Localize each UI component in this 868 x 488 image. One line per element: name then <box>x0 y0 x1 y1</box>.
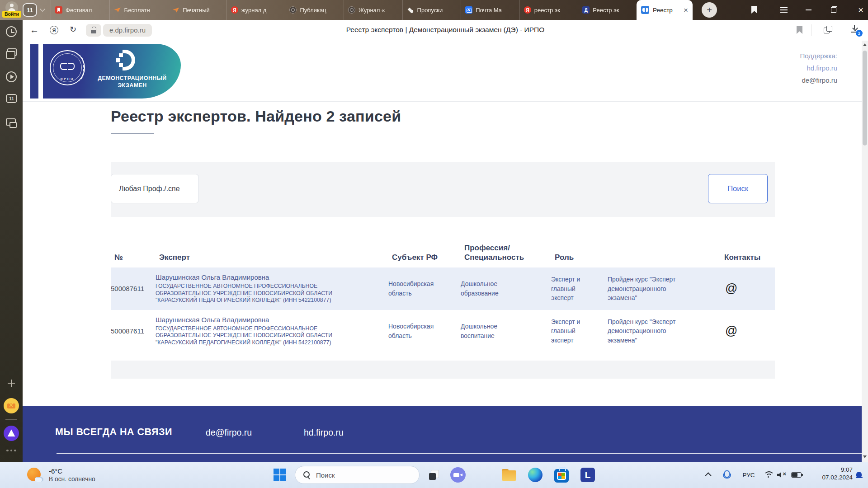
browser-tab[interactable]: реестр эк <box>519 0 578 20</box>
more-icon[interactable] <box>6 449 17 452</box>
store-button[interactable] <box>552 465 571 485</box>
browser-tab[interactable]: Публикац <box>285 0 344 20</box>
footer-email-link[interactable]: de@firpo.ru <box>206 427 252 438</box>
wifi-button[interactable] <box>762 462 774 488</box>
menu-icon[interactable] <box>780 7 788 13</box>
table-footer-band <box>111 361 775 379</box>
col-number: № <box>114 253 159 262</box>
support-site-link[interactable]: hd.firpo.ru <box>800 62 837 74</box>
search-field[interactable]: Любая Проф./.спе <box>111 174 198 203</box>
collections-icon[interactable] <box>751 6 757 14</box>
email-contact-link[interactable]: @ <box>725 324 737 338</box>
site-security-button[interactable] <box>86 24 101 37</box>
cell-document-number: 500087611 <box>111 327 156 335</box>
browser-tabstrip: Войти 11 Фестивал Бесплатн Печатный <box>0 0 868 20</box>
browser-tab[interactable]: Реестр эк <box>578 0 637 20</box>
cell-role: Эксперт и главный эксперт <box>551 317 608 345</box>
tab-title: Реестр эк <box>593 7 632 14</box>
scrollbar-thumb[interactable] <box>863 51 867 145</box>
cell-profession: Дошкольное воспитание <box>461 322 551 340</box>
alice-assistant-icon[interactable] <box>4 426 19 441</box>
screenshot-icon[interactable] <box>6 117 17 128</box>
rail-divider <box>5 419 17 420</box>
notes-icon[interactable] <box>6 48 17 59</box>
battery-button[interactable] <box>789 462 803 488</box>
toolbar-divider <box>811 24 811 36</box>
litres-app-button[interactable]: L <box>578 465 598 485</box>
back-button[interactable]: ← <box>30 25 39 35</box>
col-region: Субъект РФ <box>392 253 464 262</box>
footer-site-link[interactable]: hd.firpo.ru <box>304 427 344 438</box>
browser-tab[interactable]: Журнал « <box>344 0 402 20</box>
browser-tab[interactable]: Бесплатн <box>109 0 168 20</box>
window-close-button[interactable]: × <box>856 4 866 16</box>
browser-tab[interactable]: Фестивал <box>51 0 109 20</box>
scroll-down-icon[interactable] <box>863 455 867 458</box>
language-indicator[interactable]: РУС <box>740 462 758 488</box>
cell-contact: @ <box>721 324 771 338</box>
notifications-button[interactable] <box>854 462 864 488</box>
video-icon[interactable] <box>6 71 17 82</box>
yandex-home-button[interactable]: Я <box>50 26 58 34</box>
add-panel-icon[interactable] <box>6 378 17 389</box>
tab-favicon <box>55 6 62 14</box>
browser-tab[interactable]: журнал д <box>226 0 285 20</box>
login-badge[interactable]: Войти <box>2 11 21 18</box>
tray-time: 9:07 <box>822 466 853 474</box>
chevron-down-icon[interactable] <box>40 6 45 11</box>
tab-title: Фестивал <box>66 7 105 14</box>
tab-favicon <box>172 6 179 14</box>
tray-expand-button[interactable] <box>703 462 714 488</box>
browser-toolbar: ← Я ↻ e.dp.firpo.ru Реестр экспертов | Д… <box>23 20 868 41</box>
tab-title: Бесплатн <box>124 7 164 14</box>
window-maximize-button[interactable] <box>831 6 837 13</box>
task-view-button[interactable] <box>424 465 444 485</box>
active-tab[interactable]: Реестр × <box>637 0 693 20</box>
windows-taskbar: -6°C В осн. солнечно Поиск Y L РУС 9:07 … <box>0 462 868 488</box>
footer-divider <box>57 453 862 454</box>
tab-counter[interactable]: 11 <box>23 3 37 17</box>
browser-tab[interactable]: Печатный <box>168 0 226 20</box>
edge-icon <box>528 468 542 482</box>
browser-tab[interactable]: Почта Ма <box>461 0 519 20</box>
browser-tab[interactable]: Пропуски <box>402 0 461 20</box>
refresh-button[interactable]: ↻ <box>70 24 76 34</box>
logo-accent-bar <box>30 44 38 99</box>
cell-contact: @ <box>721 282 771 296</box>
col-profession: Профессия/ Специальность <box>464 243 555 262</box>
scroll-up-icon[interactable] <box>863 43 867 46</box>
microphone-tray-button[interactable] <box>721 462 731 488</box>
table-body: 500087611 Шарушинская Ольга Владимировна… <box>111 267 775 352</box>
window-minimize-button[interactable] <box>806 9 811 10</box>
cell-document-number: 500087611 <box>111 285 156 292</box>
new-tab-button[interactable]: + <box>702 2 717 18</box>
tab-close-icon[interactable]: × <box>684 6 688 14</box>
start-button[interactable] <box>273 468 287 482</box>
volume-button[interactable] <box>776 462 788 488</box>
support-email-link[interactable]: de@firpo.ru <box>800 74 837 86</box>
page-scrollbar[interactable] <box>862 41 868 462</box>
irpo-emblem-icon: ИРПО <box>50 50 85 85</box>
chat-button[interactable] <box>448 465 468 485</box>
address-bar[interactable]: e.dp.firpo.ru <box>103 24 152 37</box>
tab-title: Печатный <box>183 7 222 14</box>
downloads-badge: 2 <box>856 30 863 37</box>
taskbar-search[interactable]: Поиск <box>295 466 420 484</box>
table-row: 500087611 Шарушинская Ольга Владимировна… <box>111 310 775 352</box>
search-button[interactable]: Поиск <box>708 174 768 203</box>
edge-button[interactable] <box>525 465 545 485</box>
email-contact-link[interactable]: @ <box>725 282 737 295</box>
table-header: № Эксперт Субъект РФ Профессия/ Специаль… <box>111 243 775 262</box>
history-icon[interactable] <box>6 26 17 37</box>
cell-expert: Шарушинская Ольга Владимировна ГОСУДАРСТ… <box>156 273 388 304</box>
tabs-panel-icon[interactable]: 11 <box>6 94 17 103</box>
bookmark-icon[interactable] <box>797 26 802 34</box>
weather-widget[interactable]: -6°C В осн. солнечно <box>26 465 139 485</box>
window-page-title: Реестр экспертов | Демонстрационный экза… <box>346 26 545 34</box>
mail-icon[interactable] <box>4 398 19 413</box>
wifi-icon <box>763 471 773 479</box>
extensions-icon[interactable] <box>824 26 832 33</box>
clock-widget[interactable]: 9:07 07.02.2024 <box>822 466 853 481</box>
site-logo[interactable]: ИРПО ДЕМОНСТРАЦИОННЫЙ ЭКЗАМЕН <box>43 44 181 99</box>
file-explorer-button[interactable] <box>499 465 519 485</box>
